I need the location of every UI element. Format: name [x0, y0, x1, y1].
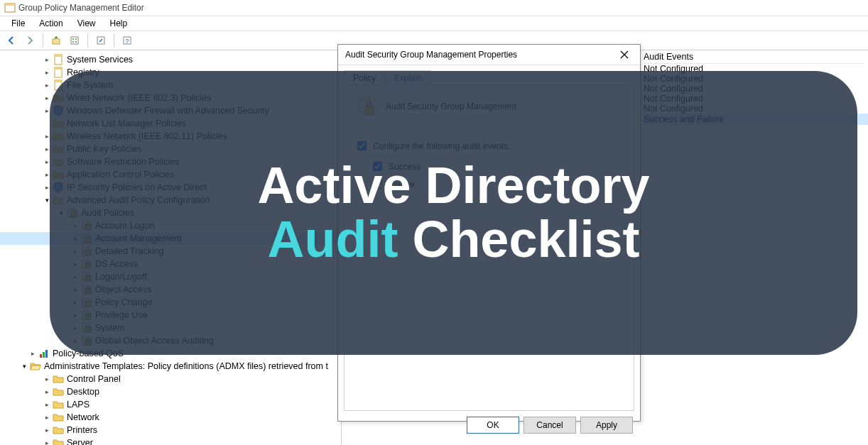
tree-item-audit-sub[interactable]: Object Access — [0, 283, 341, 296]
tree-item[interactable]: System Services — [0, 53, 341, 66]
svg-rect-20 — [85, 224, 91, 230]
tree-item[interactable]: Registry — [0, 66, 341, 79]
expand-arrow[interactable] — [43, 184, 51, 191]
ok-button[interactable]: OK — [467, 417, 519, 434]
tree-item[interactable]: File System — [0, 79, 341, 92]
tree-item-audit-policies[interactable]: Audit Policies — [0, 207, 341, 219]
audit-event-value[interactable]: Not Configured — [644, 103, 703, 114]
dialog-heading: Audit Security Group Management — [386, 101, 516, 111]
tree-item-audit-sub[interactable]: Account Logon — [0, 219, 341, 232]
configure-checkbox-row[interactable]: Configure the following audit events: — [354, 139, 624, 153]
tree-label: Windows Defender Firewall with Advanced … — [67, 106, 269, 116]
tree-label: Control Panel — [67, 374, 121, 384]
tree-item-audit-sub[interactable]: Detailed Tracking — [0, 245, 341, 258]
configure-label: Configure the following audit events: — [373, 141, 510, 151]
tree-item[interactable]: Server — [0, 436, 341, 445]
column-header-audit-events[interactable]: Audit Events — [644, 50, 864, 64]
svg-point-6 — [72, 41, 74, 43]
expand-arrow[interactable] — [43, 401, 51, 408]
tree-item-audit-sub[interactable]: DS Access — [0, 258, 341, 270]
expand-arrow[interactable] — [20, 363, 28, 370]
expand-arrow[interactable] — [43, 375, 51, 383]
options-button[interactable] — [66, 32, 83, 49]
svg-rect-36 — [85, 326, 91, 332]
expand-arrow[interactable] — [43, 427, 51, 434]
expand-arrow[interactable] — [71, 273, 80, 280]
expand-arrow[interactable] — [43, 107, 51, 114]
tab-policy[interactable]: Policy — [344, 70, 385, 85]
help-button[interactable]: ? — [119, 32, 136, 49]
expand-arrow[interactable] — [43, 158, 51, 165]
menu-view[interactable]: View — [70, 17, 103, 30]
expand-arrow[interactable] — [43, 145, 51, 153]
expand-arrow[interactable] — [43, 82, 51, 89]
up-button[interactable] — [48, 32, 65, 49]
failure-checkbox-row[interactable]: Failure — [370, 177, 624, 191]
tree-item-audit-sub[interactable]: Privilege Use — [0, 309, 341, 322]
expand-arrow[interactable] — [28, 350, 37, 357]
expand-arrow[interactable] — [71, 299, 80, 306]
expand-arrow[interactable] — [71, 324, 80, 331]
expand-arrow[interactable] — [71, 312, 80, 319]
failure-checkbox[interactable] — [373, 180, 382, 189]
tree-item[interactable]: Network List Manager Policies — [0, 117, 341, 130]
cancel-button[interactable]: Cancel — [523, 417, 576, 434]
tree-pane[interactable]: System Services Registry File System Wir… — [0, 50, 342, 445]
tree-item[interactable]: IP Security Policies on Active Direct — [0, 181, 341, 194]
forward-button[interactable] — [21, 32, 38, 49]
apply-button[interactable]: Apply — [580, 417, 633, 434]
tree-item-audit-sub[interactable]: Account Management — [0, 232, 341, 245]
menu-action[interactable]: Action — [32, 17, 70, 30]
policy-icon — [81, 271, 92, 282]
tree-label: System Services — [67, 55, 133, 65]
expand-arrow[interactable] — [71, 222, 80, 229]
expand-arrow[interactable] — [71, 286, 80, 293]
tab-explain[interactable]: Explain — [385, 70, 431, 85]
expand-arrow[interactable] — [43, 171, 51, 178]
expand-arrow[interactable] — [43, 94, 51, 101]
tree-label: Administrative Templates: Policy definit… — [44, 361, 328, 371]
tree-item[interactable]: Application Control Policies — [0, 168, 341, 181]
tree-item[interactable]: LAPS — [0, 398, 341, 411]
expand-arrow[interactable] — [43, 56, 51, 63]
tree-item-audit-sub[interactable]: Global Object Access Auditing — [0, 334, 341, 347]
tree-item-audit-sub[interactable]: Policy Change — [0, 296, 341, 309]
expand-arrow[interactable] — [43, 388, 51, 395]
expand-arrow[interactable] — [43, 69, 51, 76]
audit-event-value[interactable]: Success and Failure — [644, 114, 868, 125]
tree-item[interactable]: Network — [0, 411, 341, 424]
expand-arrow[interactable] — [43, 133, 51, 140]
close-button[interactable] — [614, 48, 634, 62]
configure-checkbox[interactable] — [357, 141, 367, 150]
expand-arrow[interactable] — [71, 337, 80, 344]
refresh-button[interactable] — [92, 32, 109, 49]
tree-item[interactable]: Control Panel — [0, 373, 341, 385]
expand-arrow[interactable] — [43, 439, 51, 445]
expand-arrow[interactable] — [71, 260, 80, 268]
tree-item[interactable]: Windows Defender Firewall with Advanced … — [0, 104, 341, 117]
tree-item-qos[interactable]: Policy-based QoS — [0, 347, 341, 360]
tree-item[interactable]: Wireless Network (IEEE 802.11) Policies — [0, 130, 341, 143]
tree-item[interactable]: Wired Network (IEEE 802.3) Policies — [0, 92, 341, 104]
tree-item-admx[interactable]: Administrative Templates: Policy definit… — [0, 360, 341, 373]
expand-arrow[interactable] — [71, 248, 80, 255]
policy-icon — [81, 258, 92, 270]
menu-help[interactable]: Help — [103, 17, 135, 30]
back-button[interactable] — [3, 32, 20, 49]
expand-arrow[interactable] — [43, 197, 51, 204]
tree-item[interactable]: Printers — [0, 424, 341, 436]
expand-arrow[interactable] — [57, 209, 65, 216]
folder-icon — [53, 92, 64, 104]
tree-item-adv-audit[interactable]: Advanced Audit Policy Configuration — [0, 194, 341, 207]
success-checkbox-row[interactable]: Success — [370, 160, 624, 173]
menu-file[interactable]: File — [4, 17, 32, 30]
expand-arrow[interactable] — [71, 235, 80, 242]
success-checkbox[interactable] — [373, 162, 382, 171]
tree-item-audit-sub[interactable]: Logon/Logoff — [0, 270, 341, 283]
expand-arrow[interactable] — [43, 414, 51, 421]
tree-label: DS Access — [95, 259, 138, 269]
tree-item[interactable]: Desktop — [0, 385, 341, 398]
tree-item[interactable]: Public Key Policies — [0, 143, 341, 155]
tree-item-audit-sub[interactable]: System — [0, 322, 341, 334]
tree-item[interactable]: Software Restriction Policies — [0, 155, 341, 168]
